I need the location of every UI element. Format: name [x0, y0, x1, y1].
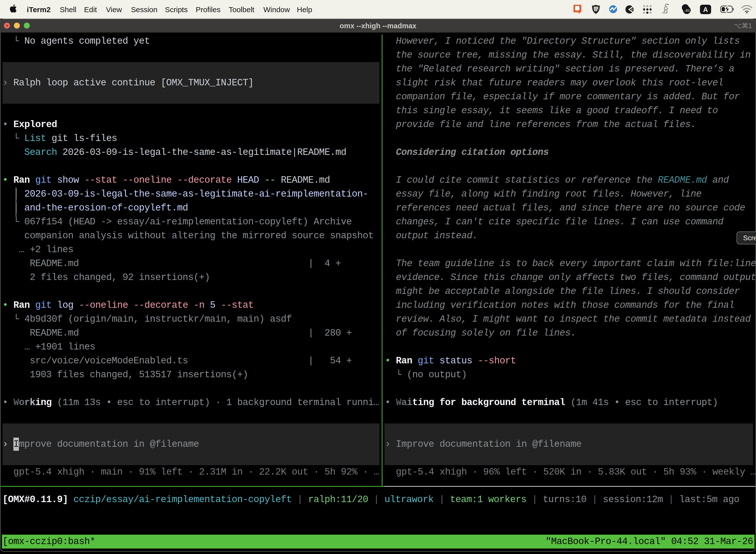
svg-text:..61: ..61 [684, 8, 690, 12]
svg-text:A: A [703, 6, 708, 13]
